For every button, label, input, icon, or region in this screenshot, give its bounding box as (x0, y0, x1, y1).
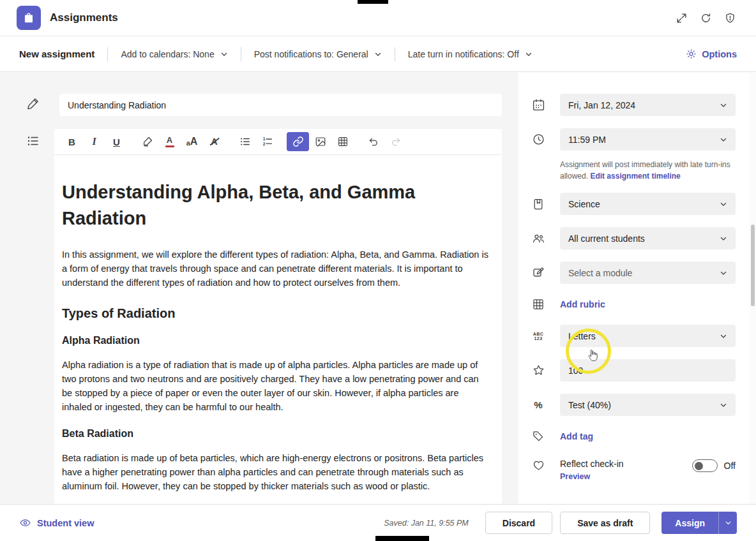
bold-button[interactable]: B (61, 132, 83, 151)
points-star-icon (530, 364, 547, 377)
due-time-dropdown[interactable]: 11:59 PM (560, 128, 736, 151)
chevron-down-icon (720, 235, 727, 242)
redo-button[interactable] (384, 132, 407, 151)
late-turn-in-label: Late turn in notifications: Off (408, 49, 519, 59)
bullet-list-button[interactable] (234, 132, 256, 151)
italic-button[interactable]: I (83, 132, 105, 151)
assign-to-value: All current students (568, 233, 645, 244)
font-color-icon: A (165, 136, 174, 147)
edit-timeline-link[interactable]: Edit assignment timeline (590, 172, 680, 181)
scrollbar-thumb[interactable] (751, 225, 755, 306)
grade-category-value: Test (40%) (568, 400, 611, 410)
tag-icon (530, 430, 547, 443)
assignments-window: Assignments New assignment Add to calend… (0, 0, 756, 541)
add-to-calendars-label: Add to calendars: None (121, 49, 214, 59)
shield-icon[interactable] (720, 8, 739, 27)
assignment-instructions-editor[interactable]: Understanding Alpha, Beta, and Gamma Rad… (54, 155, 502, 504)
outline-list-icon[interactable] (27, 135, 40, 147)
post-notifications-dropdown[interactable]: Post notifications to: General (254, 49, 382, 59)
chevron-down-icon (220, 50, 228, 58)
svg-text:1: 1 (262, 137, 265, 141)
grade-category-dropdown[interactable]: Test (40%) (560, 394, 736, 416)
doc-paragraph: In this assignment, we will explore the … (62, 248, 490, 290)
post-notifications-label: Post notifications to: General (254, 49, 368, 59)
image-icon (315, 136, 326, 147)
timeline-note: Assignment will post immediately with la… (560, 159, 736, 182)
editor-area: B I U A aA (0, 73, 518, 504)
due-date-dropdown[interactable]: Fri, Jan 12, 2024 (560, 94, 736, 116)
due-date-value: Fri, Jan 12, 2024 (568, 100, 635, 110)
underline-button[interactable]: U (105, 132, 128, 151)
assignment-details-panel: Fri, Jan 12, 2024 11:59 PM Assignment wi… (530, 73, 736, 481)
grading-scheme-dropdown[interactable]: Letters (560, 325, 736, 347)
new-assignment-label: New assignment (19, 48, 94, 59)
student-view-button[interactable]: Student view (19, 517, 94, 529)
assign-to-dropdown[interactable]: All current students (560, 227, 736, 249)
add-rubric-link[interactable]: Add rubric (560, 299, 605, 309)
module-icon (530, 266, 547, 279)
undo-button[interactable] (362, 132, 384, 151)
link-icon (292, 136, 304, 147)
numbered-list-button[interactable]: 12 (256, 132, 278, 151)
discard-button[interactable]: Discard (485, 512, 552, 534)
refresh-icon[interactable] (696, 8, 715, 27)
recording-artifact (358, 0, 388, 4)
divider (241, 47, 241, 61)
class-value: Science (568, 199, 600, 209)
assignment-title-input[interactable] (59, 94, 502, 116)
clear-formatting-button[interactable]: A (203, 132, 225, 151)
late-turn-in-dropdown[interactable]: Late turn in notifications: Off (408, 49, 533, 59)
class-dropdown[interactable]: Science (560, 193, 736, 215)
module-dropdown[interactable]: Select a module (560, 262, 736, 284)
module-placeholder: Select a module (568, 268, 632, 278)
due-time-value: 11:59 PM (568, 135, 606, 145)
chevron-down-icon (720, 200, 727, 208)
formatting-toolbar: B I U A aA (54, 129, 502, 155)
highlight-button[interactable] (136, 132, 158, 151)
undo-icon (368, 136, 379, 147)
options-label: Options (702, 49, 737, 59)
options-button[interactable]: Options (686, 48, 737, 59)
student-view-label: Student view (37, 518, 94, 528)
add-tag-link[interactable]: Add tag (560, 431, 593, 441)
chevron-down-icon (374, 50, 382, 58)
students-icon (530, 232, 547, 245)
font-size-icon: aA (186, 137, 198, 147)
redo-icon (390, 136, 402, 147)
numbered-list-icon: 12 (262, 136, 273, 147)
clear-formatting-icon: A (211, 137, 217, 147)
doc-paragraph: Alpha radiation is a type of radiation t… (62, 358, 490, 414)
main-content: B I U A aA (0, 73, 756, 504)
insert-link-button[interactable] (287, 132, 309, 151)
reflect-heart-icon (530, 459, 547, 472)
assign-button[interactable]: Assign (662, 512, 718, 534)
assignments-app-icon (17, 6, 41, 30)
gear-icon (686, 48, 697, 59)
add-to-calendars-dropdown[interactable]: Add to calendars: None (121, 49, 227, 59)
table-icon (337, 136, 349, 147)
font-size-button[interactable]: aA (181, 132, 203, 151)
divider (107, 47, 108, 61)
reflect-preview-link[interactable]: Preview (560, 472, 624, 481)
points-field[interactable]: 100 (560, 359, 736, 382)
rubric-grid-icon (530, 298, 547, 311)
insert-table-button[interactable] (331, 132, 354, 151)
insert-image-button[interactable] (309, 132, 331, 151)
doc-heading-1: Understanding Alpha, Beta, and Gamma Rad… (62, 179, 445, 231)
expand-icon[interactable] (672, 8, 691, 27)
save-as-draft-button[interactable]: Save as draft (560, 512, 650, 534)
doc-heading-3-alpha: Alpha Radiation (62, 335, 490, 346)
eye-icon (19, 517, 31, 529)
doc-paragraph: Beta radiation is made up of beta partic… (62, 451, 490, 493)
window-actions (672, 8, 739, 27)
class-notebook-icon (530, 198, 547, 211)
grade-category-icon: % (530, 399, 547, 410)
command-bar: New assignment Add to calendars: None Po… (0, 36, 756, 72)
reflect-toggle[interactable] (692, 459, 718, 472)
assign-dropdown-chevron[interactable] (718, 512, 737, 534)
font-color-button[interactable]: A (158, 132, 181, 151)
doc-heading-3-beta: Beta Radiation (62, 428, 490, 440)
recording-artifact (375, 536, 429, 541)
chevron-down-icon (720, 136, 727, 144)
saved-timestamp: Saved: Jan 11, 9:55 PM (384, 519, 469, 528)
